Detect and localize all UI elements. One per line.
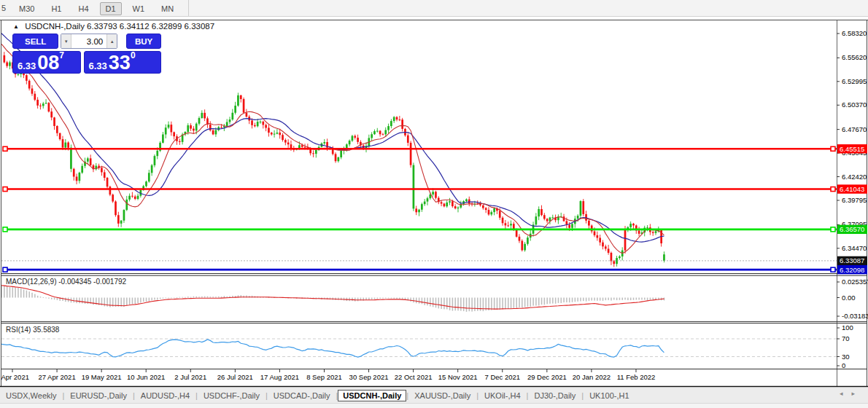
mt4-terminal: 6.583206.556206.529956.503706.476706.450…	[0, 0, 868, 408]
volume-input[interactable]: 3.00	[71, 34, 106, 48]
tab-usdcnh-daily[interactable]: USDCNH-,Daily	[338, 390, 406, 401]
symbol-marker-icon: ▲	[13, 23, 19, 30]
svg-text:6.39795: 6.39795	[842, 196, 867, 204]
chart-ohlc: 6.33793 6.34112 6.32899 6.33087	[87, 22, 214, 31]
chart-symbol: USDCNH-,Daily	[25, 22, 85, 31]
svg-text:6.58320: 6.58320	[842, 29, 867, 37]
svg-text:6.52995: 6.52995	[842, 77, 867, 85]
timeframe-button-h4[interactable]: H4	[72, 2, 94, 15]
rsi-label: RSI(14) 35.5838	[6, 326, 60, 334]
svg-text:6.42420: 6.42420	[842, 173, 867, 181]
svg-text:2 Jul 2021: 2 Jul 2021	[174, 373, 206, 381]
tab-scroll-left-icon[interactable]: ◂	[840, 390, 852, 397]
svg-text:19 May 2021: 19 May 2021	[82, 373, 122, 381]
svg-text:6.45515: 6.45515	[840, 145, 864, 153]
svg-text:6.55620: 6.55620	[842, 53, 867, 61]
timeframe-toolbar: 5 M30H1H4D1W1MN	[0, 0, 868, 17]
sell-button[interactable]: SELL	[12, 34, 58, 49]
tab-usdx-weekly[interactable]: USDX,Weekly	[0, 391, 62, 401]
svg-text:8 Sep 2021: 8 Sep 2021	[306, 373, 342, 381]
svg-text:22 Oct 2021: 22 Oct 2021	[395, 373, 433, 381]
buy-price-prefix: 6.33	[89, 61, 107, 72]
timeframe-buttons: M30H1H4D1W1MN	[8, 1, 179, 15]
svg-text:6.33087: 6.33087	[840, 256, 864, 264]
svg-text:30 Sep 2021: 30 Sep 2021	[349, 373, 389, 381]
buy-price-big: 33	[109, 54, 131, 72]
svg-text:6.32098: 6.32098	[840, 266, 864, 274]
svg-text:70: 70	[842, 334, 850, 342]
svg-text:10 Jun 2021: 10 Jun 2021	[127, 373, 165, 381]
hline-handle[interactable]	[831, 227, 835, 232]
svg-text:26 Jul 2021: 26 Jul 2021	[217, 373, 253, 381]
tab-scroll-arrows: ◂▸	[840, 390, 864, 397]
sell-price-display[interactable]: 6.33 08 7	[12, 51, 81, 74]
svg-text:100: 100	[842, 323, 853, 332]
svg-text:20 Jan 2022: 20 Jan 2022	[573, 373, 611, 381]
chart-background[interactable]	[0, 20, 868, 386]
volume-decrease-button[interactable]: ▼	[61, 34, 71, 48]
chart-tabs: USDX,Weekly|EURUSD-,Daily|AUDUSD-,H4|USD…	[0, 391, 635, 400]
buy-price-display[interactable]: 6.33 33 0	[84, 51, 161, 74]
svg-text:27 Apr 2021: 27 Apr 2021	[38, 373, 75, 381]
price-axis: 6.583206.556206.529956.503706.476706.450…	[837, 29, 868, 369]
tab-audusd-h4[interactable]: AUDUSD-,H4	[135, 391, 195, 401]
sell-price-big: 08	[37, 54, 59, 72]
tab-xauusd-daily[interactable]: XAUUSD-,Daily	[408, 391, 476, 401]
svg-text:6.47670: 6.47670	[842, 125, 867, 133]
tab-uk100-h1[interactable]: UK100-,H1	[584, 391, 635, 401]
one-click-trading-panel: SELL ▼ 3.00 ▲ BUY 6.33 08 7 6.33 33 0	[12, 34, 161, 74]
tab-ukoil-h4[interactable]: UKOil-,H4	[478, 391, 527, 401]
timeframe-button-mn[interactable]: MN	[155, 2, 179, 15]
svg-text:11 Feb 2022: 11 Feb 2022	[617, 373, 656, 381]
svg-text:6.50370: 6.50370	[842, 101, 867, 109]
chart-title: ▲ USDCNH-,Daily 6.33793 6.34112 6.32899 …	[13, 22, 214, 31]
sell-price-prefix: 6.33	[18, 61, 36, 72]
hline-handle[interactable]	[3, 267, 7, 272]
svg-text:-0.03183: -0.03183	[842, 312, 868, 320]
hline-handle[interactable]	[831, 187, 835, 192]
svg-text:15 Nov 2021: 15 Nov 2021	[438, 373, 478, 381]
tab-eurusd-daily[interactable]: EURUSD-,Daily	[64, 391, 133, 401]
hline-handle[interactable]	[3, 227, 7, 232]
sell-price-pip: 7	[59, 50, 64, 60]
hline-handle[interactable]	[831, 267, 835, 272]
volume-increase-button[interactable]: ▲	[106, 34, 117, 48]
timeframe-button-d1[interactable]: D1	[100, 2, 122, 15]
toolbar-separator	[188, 0, 189, 16]
svg-text:6.34470: 6.34470	[842, 244, 867, 252]
tab-usdchf-daily[interactable]: USDCHF-,Daily	[198, 391, 266, 401]
volume-spinner: ▼ 3.00 ▲	[61, 34, 117, 49]
svg-text:0.00: 0.00	[842, 294, 856, 302]
timeframe-button-w1[interactable]: W1	[127, 2, 151, 15]
svg-text:5 Apr 2021: 5 Apr 2021	[0, 373, 29, 381]
svg-text:6.36570: 6.36570	[840, 225, 864, 233]
svg-text:0: 0	[842, 361, 845, 369]
svg-text:29 Dec 2021: 29 Dec 2021	[527, 373, 567, 381]
hline-handle[interactable]	[3, 187, 7, 192]
svg-text:17 Aug 2021: 17 Aug 2021	[260, 373, 299, 381]
timeframe-button-m30[interactable]: M30	[13, 2, 40, 15]
status-strip	[0, 403, 868, 408]
buy-price-pip: 0	[131, 50, 136, 60]
buy-button[interactable]: BUY	[126, 34, 161, 49]
hline-handle[interactable]	[831, 146, 835, 151]
timeframe-button-h1[interactable]: H1	[45, 2, 67, 15]
svg-text:30: 30	[842, 353, 850, 361]
tab-scroll-right-icon[interactable]: ▸	[851, 390, 864, 397]
tab-usdcad-daily[interactable]: USDCAD-,Daily	[268, 391, 336, 401]
hline-handle[interactable]	[3, 146, 7, 151]
tab-dj30-daily[interactable]: DJ30-,Daily	[528, 391, 581, 401]
macd-label: MACD(12,26,9) -0.004345 -0.001792	[6, 278, 127, 286]
chart-tab-bar: USDX,Weekly|EURUSD-,Daily|AUDUSD-,H4|USD…	[0, 388, 868, 403]
svg-text:7 Dec 2021: 7 Dec 2021	[484, 373, 520, 381]
svg-text:0.025357: 0.025357	[842, 278, 868, 286]
svg-text:6.41043: 6.41043	[840, 185, 864, 193]
timeframe-button-partial[interactable]: 5	[1, 4, 8, 12]
